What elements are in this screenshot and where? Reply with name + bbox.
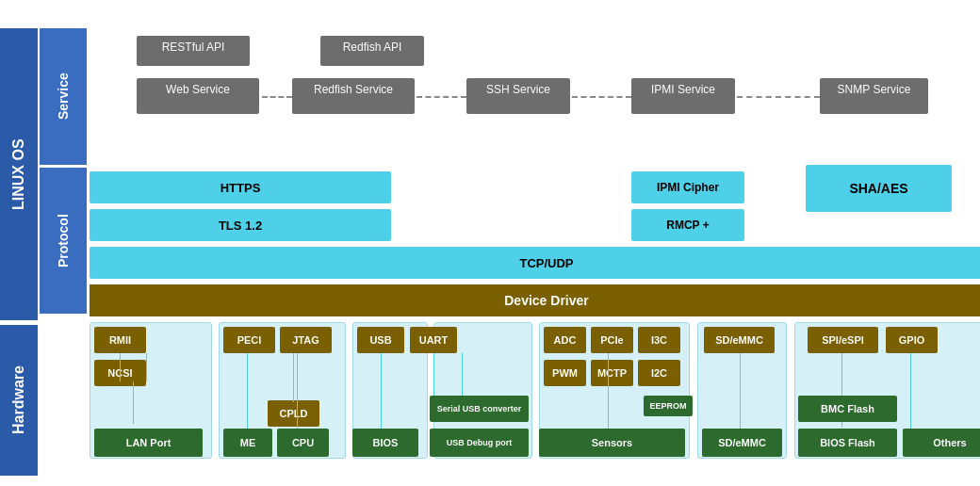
gpio-box: GPIO <box>886 327 938 353</box>
sha-aes-box: SHA/AES <box>806 165 952 212</box>
https-box: HTTPS <box>90 171 391 203</box>
rmcp-box: RMCP + <box>631 209 744 241</box>
dotted-line-4 <box>737 96 820 98</box>
vline-cpu <box>297 353 298 429</box>
others-box: Others <box>903 429 980 457</box>
vline-uart <box>433 353 434 396</box>
web-service-box: Web Service <box>137 78 259 114</box>
bmc-flash-box: BMC Flash <box>798 396 897 422</box>
usb-box: USB <box>357 327 404 353</box>
vline-bmc-flash <box>841 353 842 398</box>
ipmi-cipher-box: IPMI Cipher <box>631 171 744 203</box>
redfish-api-box: Redfish API <box>320 36 424 66</box>
eeprom-box: EEPROM <box>644 396 693 416</box>
jtag-box: JTAG <box>280 327 332 353</box>
sd-emmc-if-box: SD/eMMC <box>704 327 775 353</box>
uart-box: UART <box>410 327 457 353</box>
ipmi-service-box: IPMI Service <box>631 78 735 114</box>
pcie-box: PCIe <box>591 327 633 353</box>
peci-box: PECI <box>223 327 275 353</box>
linux-os-label: LINUX OS <box>0 28 38 320</box>
lan-port-box: LAN Port <box>94 429 203 457</box>
dotted-line-3 <box>572 96 631 98</box>
snmp-service-box: SNMP Service <box>820 78 928 114</box>
protocol-label: Protocol <box>40 168 87 314</box>
vline-bios <box>381 353 382 429</box>
cpld-box: CPLD <box>268 400 319 427</box>
redfish-service-box: Redfish Service <box>292 78 415 114</box>
service-label: Service <box>40 28 87 165</box>
vline-others <box>910 353 911 429</box>
sensors-box: Sensors <box>539 429 685 457</box>
vline-lan <box>133 381 134 424</box>
adc-box: ADC <box>544 327 586 353</box>
dotted-line-1 <box>262 96 292 98</box>
vline-sd-emmc <box>740 353 741 429</box>
ssh-service-box: SSH Service <box>466 78 570 114</box>
mctp-box: MCTP <box>591 360 633 386</box>
vline-cpld-jtag <box>293 353 294 402</box>
bios-box: BIOS <box>352 429 418 457</box>
me-box: ME <box>223 429 272 457</box>
vline-ncsi <box>146 353 147 381</box>
vline-me <box>247 353 248 429</box>
diagram: LINUX OS Hardware Service Protocol RESTf… <box>0 0 980 486</box>
tls-box: TLS 1.2 <box>90 209 391 241</box>
vline-sensors <box>608 353 609 429</box>
cpu-box: CPU <box>277 429 329 457</box>
vline-rmii <box>120 353 121 381</box>
restful-api-box: RESTful API <box>137 36 250 66</box>
usb-debug-box: USB Debug port <box>430 429 529 457</box>
spi-espi-box: SPI/eSPI <box>808 327 878 353</box>
hardware-label: Hardware <box>0 325 38 476</box>
rmii-box: RMII <box>94 327 146 353</box>
pwm-box: PWM <box>544 360 586 386</box>
device-driver-box: Device Driver <box>90 284 980 316</box>
i2c-box: I2C <box>638 360 680 386</box>
bios-flash-box: BIOS Flash <box>798 429 897 457</box>
tcp-udp-box: TCP/UDP <box>90 247 980 279</box>
dotted-line-2 <box>416 96 466 98</box>
sd-emmc-box: SD/eMMC <box>702 429 782 457</box>
serial-usb-box: Serial USB converter <box>430 396 529 422</box>
i3c-box: I3C <box>638 327 680 353</box>
